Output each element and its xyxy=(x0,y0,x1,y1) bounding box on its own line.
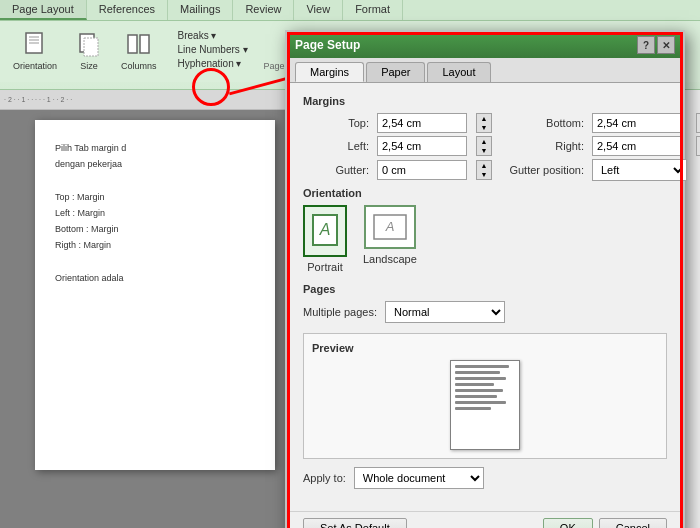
ribbon-tab-bar: Page Layout References Mailings Review V… xyxy=(0,0,700,21)
preview-section: Preview xyxy=(303,333,667,459)
tab-references[interactable]: References xyxy=(87,0,168,20)
size-icon xyxy=(75,32,103,60)
tab-format[interactable]: Format xyxy=(343,0,403,20)
orientation-button[interactable]: Orientation xyxy=(8,29,62,74)
preview-line-2 xyxy=(455,371,500,374)
ok-button[interactable]: OK xyxy=(543,518,593,528)
svg-rect-7 xyxy=(140,35,149,53)
document-page: Pilih Tab margin d dengan pekerjaa Top :… xyxy=(35,120,275,470)
orientation-section-title: Orientation xyxy=(303,187,667,199)
pages-section: Multiple pages: Normal xyxy=(303,301,667,323)
gutter-label: Gutter: xyxy=(303,164,373,176)
tab-margins[interactable]: Margins xyxy=(295,62,364,82)
size-label: Size xyxy=(80,61,98,71)
portrait-label: Portrait xyxy=(307,261,342,273)
dialog-close-button[interactable]: ✕ xyxy=(657,36,675,54)
apply-select[interactable]: Whole document xyxy=(354,467,484,489)
landscape-option[interactable]: A Landscape xyxy=(363,205,417,273)
dialog-help-button[interactable]: ? xyxy=(637,36,655,54)
apply-row: Apply to: Whole document xyxy=(303,467,667,489)
hyphenation-button[interactable]: Hyphenation ▾ xyxy=(174,57,252,70)
ruler: · 2 · · 1 · · · · · 1 · · 2 · · xyxy=(0,90,310,110)
multiple-pages-select[interactable]: Normal xyxy=(385,301,505,323)
preview-line-4 xyxy=(455,383,494,386)
tab-view[interactable]: View xyxy=(294,0,343,20)
landscape-icon: A xyxy=(364,205,416,249)
top-label: Top: xyxy=(303,117,373,129)
right-label: Right: xyxy=(498,140,588,152)
preview-line-5 xyxy=(455,389,503,392)
columns-icon xyxy=(125,32,153,60)
tab-page-layout[interactable]: Page Layout xyxy=(0,0,87,20)
set-as-default-button[interactable]: Set As Default xyxy=(303,518,407,528)
svg-text:A: A xyxy=(319,221,331,238)
right-spinner[interactable]: ▲▼ xyxy=(696,136,700,156)
right-input[interactable] xyxy=(592,136,682,156)
gutter-spinner[interactable]: ▲▼ xyxy=(476,160,492,180)
margins-grid: Top: ▲▼ Bottom: ▲▼ Left: ▲▼ Right: ▲▼ Gu… xyxy=(303,113,667,181)
bottom-label: Bottom: xyxy=(498,117,588,129)
top-spinner[interactable]: ▲▼ xyxy=(476,113,492,133)
orientation-section: A Portrait A Landscape xyxy=(303,205,667,273)
multiple-pages-label: Multiple pages: xyxy=(303,306,377,318)
orientation-label: Orientation xyxy=(13,61,57,71)
tab-paper[interactable]: Paper xyxy=(366,62,425,82)
preview-line-7 xyxy=(455,401,506,404)
columns-button[interactable]: Columns xyxy=(116,29,162,74)
columns-label: Columns xyxy=(121,61,157,71)
svg-rect-5 xyxy=(84,38,98,56)
dialog-tabs: Margins Paper Layout xyxy=(287,58,683,83)
doc-text: Pilih Tab margin d dengan pekerjaa Top :… xyxy=(55,140,255,286)
gutter-position-select[interactable]: Left xyxy=(592,159,687,181)
gutter-position-label: Gutter position: xyxy=(498,164,588,176)
preview-line-3 xyxy=(455,377,506,380)
apply-select-group: Whole document xyxy=(354,467,484,489)
cancel-button[interactable]: Cancel xyxy=(599,518,667,528)
margins-section-title: Margins xyxy=(303,95,667,107)
landscape-label: Landscape xyxy=(363,253,417,265)
preview-line-1 xyxy=(455,365,509,368)
pages-section-title: Pages xyxy=(303,283,667,295)
left-spinner[interactable]: ▲▼ xyxy=(476,136,492,156)
tab-layout[interactable]: Layout xyxy=(427,62,490,82)
page-setup-dialog: Page Setup ? ✕ Margins Paper Layout Marg… xyxy=(285,30,685,528)
breaks-button[interactable]: Breaks ▾ xyxy=(174,29,252,42)
line-numbers-button[interactable]: Line Numbers ▾ xyxy=(174,43,252,56)
tab-mailings[interactable]: Mailings xyxy=(168,0,233,20)
portrait-option[interactable]: A Portrait xyxy=(303,205,347,273)
gutter-input[interactable] xyxy=(377,160,467,180)
preview-line-8 xyxy=(455,407,491,410)
tab-review[interactable]: Review xyxy=(233,0,294,20)
preview-page xyxy=(450,360,520,450)
dialog-title-buttons: ? ✕ xyxy=(637,36,675,54)
dialog-footer: Set As Default OK Cancel xyxy=(287,511,683,528)
svg-text:A: A xyxy=(385,219,395,234)
dialog-body: Margins Top: ▲▼ Bottom: ▲▼ Left: ▲▼ Righ… xyxy=(287,83,683,511)
bottom-input[interactable] xyxy=(592,113,682,133)
bottom-spinner[interactable]: ▲▼ xyxy=(696,113,700,133)
footer-right-buttons: OK Cancel xyxy=(543,518,667,528)
left-input[interactable] xyxy=(377,136,467,156)
svg-rect-6 xyxy=(128,35,137,53)
small-button-group: Breaks ▾ Line Numbers ▾ Hyphenation ▾ xyxy=(174,29,252,70)
orientation-icon xyxy=(21,32,49,60)
preview-line-6 xyxy=(455,395,497,398)
left-label: Left: xyxy=(303,140,373,152)
portrait-icon: A xyxy=(303,205,347,257)
dialog-title: Page Setup xyxy=(295,38,360,52)
preview-title: Preview xyxy=(312,342,658,354)
apply-label: Apply to: xyxy=(303,472,346,484)
size-button[interactable]: Size xyxy=(70,29,108,74)
document-area: · 2 · · 1 · · · · · 1 · · 2 · · Pilih Ta… xyxy=(0,90,310,528)
dialog-titlebar: Page Setup ? ✕ xyxy=(287,32,683,58)
top-input[interactable] xyxy=(377,113,467,133)
